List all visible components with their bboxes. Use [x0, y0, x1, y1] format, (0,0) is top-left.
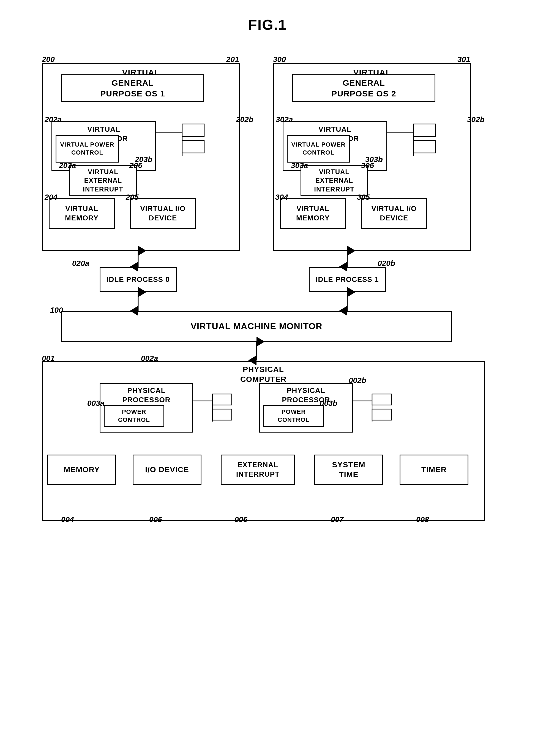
- vmm-label: VIRTUAL MACHINE MONITOR: [191, 321, 323, 332]
- pctrl0-label: POWER CONTROL: [118, 408, 150, 424]
- ref-301: 301: [457, 55, 470, 64]
- idle1-box: IDLE PROCESS 1: [309, 267, 386, 292]
- vext-vm2-box: VIRTUAL EXTERNAL INTERRUPT: [300, 165, 368, 196]
- vio-vm2-box: VIRTUAL I/O DEVICE: [361, 198, 427, 229]
- ref-204: 204: [44, 193, 58, 202]
- ref-003b: 003b: [320, 399, 337, 408]
- vio-vm1-box: VIRTUAL I/O DEVICE: [130, 198, 196, 229]
- vpower-vm1-box: VIRTUAL POWER CONTROL: [56, 135, 119, 163]
- pctrl1-box: POWER CONTROL: [263, 405, 324, 427]
- pctrl0-box: POWER CONTROL: [104, 405, 164, 427]
- ref-202b: 202b: [236, 115, 253, 124]
- ref-006: 006: [235, 515, 247, 524]
- io-phys-box: I/O DEVICE: [133, 455, 202, 485]
- vmm-box: VIRTUAL MACHINE MONITOR: [61, 311, 452, 342]
- ref-005: 005: [149, 515, 162, 524]
- phys-computer-label: PHYSICAL COMPUTER: [240, 365, 287, 385]
- vext-vm2-label: VIRTUAL EXTERNAL INTERRUPT: [314, 167, 354, 194]
- gpos1-label: GENERAL PURPOSE OS 1: [100, 77, 165, 99]
- ref-202a: 202a: [44, 115, 62, 124]
- vmem-vm1-box: VIRTUAL MEMORY: [49, 198, 115, 229]
- vio-vm2-label: VIRTUAL I/O DEVICE: [371, 204, 417, 223]
- idle1-label: IDLE PROCESS 1: [316, 275, 379, 284]
- ref-305: 305: [357, 193, 370, 202]
- ref-306: 306: [361, 161, 374, 170]
- ref-020b: 020b: [378, 259, 395, 268]
- vio-vm1-label: VIRTUAL I/O DEVICE: [140, 204, 185, 223]
- ref-002b: 002b: [349, 376, 366, 385]
- systime-phys-label: SYSTEM TIME: [332, 460, 365, 480]
- page-title: FIG.1: [0, 16, 535, 33]
- systime-phys-box: SYSTEM TIME: [314, 455, 383, 485]
- idle0-box: IDLE PROCESS 0: [99, 267, 177, 292]
- vpower-vm1-label: VIRTUAL POWER CONTROL: [60, 141, 114, 157]
- ref-302a: 302a: [276, 115, 293, 124]
- pctrl1-label: POWER CONTROL: [278, 408, 310, 424]
- idle0-label: IDLE PROCESS 0: [106, 275, 170, 284]
- mem-phys-label: MEMORY: [64, 465, 100, 475]
- ref-206: 206: [129, 161, 142, 170]
- ref-201: 201: [226, 55, 239, 64]
- ref-303a: 303a: [291, 161, 308, 170]
- vmem-vm2-label: VIRTUAL MEMORY: [296, 204, 330, 223]
- ref-008: 008: [416, 515, 429, 524]
- ref-200: 200: [42, 55, 55, 64]
- vext-vm1-label: VIRTUAL EXTERNAL INTERRUPT: [83, 167, 123, 194]
- ref-302b: 302b: [467, 115, 485, 124]
- ref-304: 304: [275, 193, 288, 202]
- ref-002a: 002a: [141, 354, 158, 363]
- io-phys-label: I/O DEVICE: [145, 465, 189, 475]
- gpos2-label: GENERAL PURPOSE OS 2: [331, 77, 396, 99]
- mem-phys-box: MEMORY: [47, 455, 116, 485]
- gpos2-box: GENERAL PURPOSE OS 2: [292, 75, 436, 102]
- timer-phys-label: TIMER: [421, 465, 447, 475]
- extint-phys-box: EXTERNAL INTERRUPT: [221, 455, 295, 485]
- gpos1-box: GENERAL PURPOSE OS 1: [61, 75, 204, 102]
- timer-phys-box: TIMER: [400, 455, 468, 485]
- ref-203a: 203a: [59, 161, 76, 170]
- ref-020a: 020a: [72, 259, 89, 268]
- vmem-vm1-label: VIRTUAL MEMORY: [65, 204, 99, 223]
- ref-001: 001: [42, 354, 55, 363]
- ref-004: 004: [61, 515, 74, 524]
- ref-205: 205: [126, 193, 139, 202]
- ref-007: 007: [331, 515, 344, 524]
- ref-100: 100: [50, 306, 63, 315]
- extint-phys-label: EXTERNAL INTERRUPT: [236, 460, 280, 479]
- ref-003a: 003a: [87, 399, 104, 408]
- vpower-vm2-box: VIRTUAL POWER CONTROL: [287, 135, 350, 163]
- vmem-vm2-box: VIRTUAL MEMORY: [280, 198, 346, 229]
- vext-vm1-box: VIRTUAL EXTERNAL INTERRUPT: [70, 165, 137, 196]
- ref-300: 300: [273, 55, 286, 64]
- vpower-vm2-label: VIRTUAL POWER CONTROL: [291, 141, 345, 157]
